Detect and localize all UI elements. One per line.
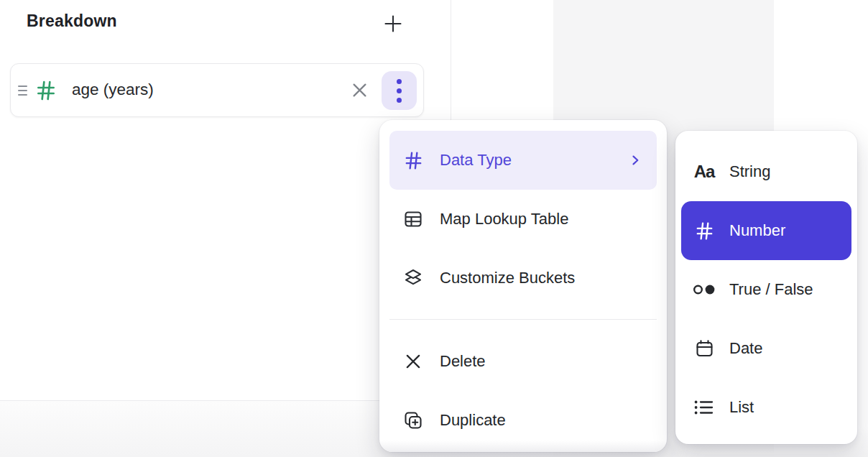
menu-item-data-type[interactable]: Data Type <box>389 131 657 190</box>
layers-icon <box>402 267 424 289</box>
add-breakdown-button[interactable] <box>378 9 408 39</box>
list-icon <box>692 395 716 420</box>
menu-divider <box>389 319 657 320</box>
panel-title: Breakdown <box>27 11 117 31</box>
field-menu-button[interactable] <box>382 71 417 110</box>
plus-icon <box>382 13 404 34</box>
submenu-item-list[interactable]: List <box>681 378 851 437</box>
table-icon <box>402 208 424 230</box>
calendar-icon <box>692 336 716 361</box>
hash-icon <box>402 149 424 171</box>
drag-handle-icon[interactable] <box>18 86 27 96</box>
app-root: Breakdown age (years) <box>0 0 868 457</box>
remove-field-button[interactable] <box>348 80 370 101</box>
breakdown-field-row[interactable]: age (years) <box>10 63 424 117</box>
close-icon <box>350 80 369 100</box>
menu-item-delete[interactable]: Delete <box>389 332 657 391</box>
copy-plus-icon <box>402 410 424 431</box>
field-context-menu: Data Type Map Lookup Table <box>379 120 667 452</box>
hash-icon <box>692 218 716 243</box>
submenu-item-string[interactable]: Aa String <box>681 142 851 201</box>
kebab-icon <box>397 79 402 103</box>
field-label: age (years) <box>72 80 154 99</box>
menu-item-duplicate[interactable]: Duplicate <box>389 391 657 450</box>
submenu-item-date[interactable]: Date <box>681 319 851 378</box>
menu-item-customize-buckets[interactable]: Customize Buckets <box>389 249 657 308</box>
hash-icon <box>34 79 57 102</box>
chevron-right-icon <box>628 153 642 167</box>
menu-item-map-lookup-table[interactable]: Map Lookup Table <box>389 190 657 249</box>
delete-x-icon <box>402 351 424 372</box>
data-type-submenu: Aa String Number True / False <box>675 131 857 444</box>
aa-icon: Aa <box>692 160 716 184</box>
submenu-item-true-false[interactable]: True / False <box>681 260 851 319</box>
boolean-icon <box>692 277 716 302</box>
submenu-item-number[interactable]: Number <box>681 201 851 260</box>
